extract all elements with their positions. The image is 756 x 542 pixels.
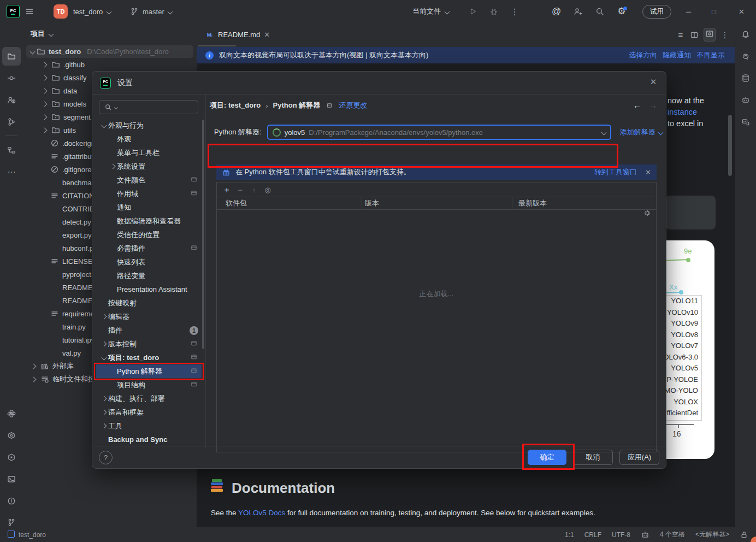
revert-changes-link[interactable]: 还原更改 [339, 101, 367, 110]
tool-database[interactable] [736, 69, 755, 87]
structure-lines-icon[interactable]: ≡ [676, 31, 685, 39]
tool-git-graph[interactable] [2, 113, 21, 131]
settings-nav-菜单与工具栏[interactable]: 菜单与工具栏 [96, 146, 202, 160]
tool-bell[interactable] [736, 25, 755, 44]
tool-learner[interactable] [2, 91, 21, 109]
ok-button[interactable]: 确定 [528, 450, 566, 465]
tool-ai-chat[interactable] [736, 47, 755, 66]
settings-nav-项目结构[interactable]: 项目结构 [96, 378, 202, 392]
settings-nav-受信任的位置[interactable]: 受信任的位置 [96, 228, 202, 241]
settings-nav-版本控制[interactable]: 版本控制 [96, 337, 202, 351]
robot-icon[interactable] [641, 531, 649, 539]
settings-nav-路径变量[interactable]: 路径变量 [96, 269, 202, 282]
project-widget[interactable]: test_doro [73, 0, 111, 23]
preview-toggle[interactable] [704, 28, 716, 42]
tool-python-packages[interactable] [2, 404, 21, 423]
tool-robot[interactable] [736, 91, 755, 109]
statusbar-caret[interactable]: 1:1 [565, 531, 574, 539]
settings-nav-项目-test_doro[interactable]: 项目: test_doro [96, 351, 202, 364]
yolov5-docs-link[interactable]: YOLOv5 Docs [238, 509, 285, 517]
column-version[interactable]: 版本 [362, 198, 515, 208]
settings-nav-python-解释器[interactable]: Python 解释器 [96, 364, 202, 378]
interpreter-combobox[interactable]: yolov5 D:/ProgramPackege/Anaconda/envs/y… [267, 125, 611, 140]
settings-nav-presentation-assistant[interactable]: Presentation Assistant [96, 282, 202, 296]
main-menu-button[interactable] [25, 0, 34, 23]
settings-nav-文件颜色[interactable]: 文件颜色 [96, 173, 202, 187]
statusbar-interpreter[interactable]: <无解释器> [695, 530, 729, 539]
maximize-button[interactable]: □ [712, 0, 716, 23]
close-button[interactable]: ✕ [739, 0, 745, 23]
tool-more[interactable]: ⋯ [2, 163, 21, 181]
column-package[interactable]: 软件包 [217, 198, 362, 208]
settings-nav-语言和框架[interactable]: 语言和框架 [96, 405, 202, 419]
tool-user-chat[interactable] [736, 113, 755, 131]
banner-close-icon[interactable]: ✕ [645, 168, 651, 176]
tree-item[interactable]: .github [23, 58, 197, 71]
settings-nav-系统设置[interactable]: 系统设置 [96, 160, 202, 173]
run-config-selector[interactable]: 当前文件 [412, 0, 449, 23]
settings-nav-通知[interactable]: 通知 [96, 201, 202, 214]
tree-root[interactable]: test_doroD:\Code\Python\test_doro [26, 45, 193, 58]
project-panel-header[interactable]: 项目 [23, 23, 197, 45]
split-editor-icon[interactable] [690, 31, 699, 39]
upgrade-package-button[interactable]: ↑ [250, 185, 258, 194]
tool-structure[interactable] [2, 141, 21, 160]
show-early-releases-button[interactable]: ◎ [263, 185, 272, 194]
tab-close-icon[interactable]: ✕ [264, 31, 270, 39]
avatar[interactable]: TD [54, 0, 68, 23]
settings-search-input[interactable] [99, 100, 198, 114]
settings-button[interactable]: ⚙ [617, 0, 626, 23]
tool-terminal[interactable] [2, 470, 21, 488]
forward-arrow[interactable]: → [649, 101, 657, 110]
back-arrow[interactable]: ← [633, 101, 641, 110]
remove-package-button[interactable]: − [236, 185, 245, 194]
settings-nav-外观与行为[interactable]: 外观与行为 [96, 119, 202, 132]
ai-assistant-button[interactable]: @ [552, 0, 561, 23]
nav-scrollbar[interactable] [202, 120, 204, 349]
dialog-close-button[interactable]: ✕ [647, 77, 659, 87]
tool-commit[interactable] [2, 69, 21, 87]
settings-nav-插件[interactable]: 插件1 [96, 323, 202, 337]
statusbar-encoding[interactable]: UTF-8 [612, 531, 630, 539]
apply-button[interactable]: 应用(A) [619, 450, 659, 465]
banner-action-dont-show[interactable]: 不再显示 [696, 50, 725, 60]
settings-nav-工具[interactable]: 工具 [96, 419, 202, 433]
add-package-button[interactable]: ＋ [222, 185, 231, 194]
tool-problems[interactable] [2, 492, 21, 510]
banner-action-choose-direction[interactable]: 选择方向 [629, 50, 657, 60]
tab-readme[interactable]: M↓ README.md ✕ [199, 23, 276, 46]
help-button[interactable]: ? [99, 451, 113, 464]
settings-nav-构建-执行-部署[interactable]: 构建、执行、部署 [96, 392, 202, 405]
tool-run[interactable] [2, 448, 21, 467]
settings-nav-作用域[interactable]: 作用域 [96, 187, 202, 201]
settings-nav-必需插件[interactable]: 必需插件 [96, 241, 202, 255]
go-to-toolwindow-link[interactable]: 转到工具窗口 [594, 167, 637, 177]
add-interpreter-link[interactable]: 添加解释器 [620, 127, 655, 137]
tool-services[interactable] [2, 426, 21, 445]
statusbar-project[interactable]: test_doro [8, 531, 46, 539]
cancel-button[interactable]: 取消 [573, 450, 613, 465]
run-button[interactable] [469, 0, 477, 23]
settings-nav-数据编辑器和查看器[interactable]: 数据编辑器和查看器 [96, 214, 202, 228]
editor-scrollbar[interactable] [728, 115, 732, 176]
search-everywhere-button[interactable] [595, 0, 604, 23]
unlock-icon[interactable] [740, 531, 748, 539]
settings-nav-backup-and-sync[interactable]: Backup and Sync [96, 433, 202, 446]
breadcrumb-project[interactable]: 项目: test_doro [210, 101, 261, 110]
settings-nav-按键映射[interactable]: 按键映射 [96, 296, 202, 310]
statusbar-indent[interactable]: 4 个空格 [660, 530, 685, 539]
minimize-button[interactable]: ─ [686, 0, 691, 23]
code-with-me-button[interactable] [574, 0, 582, 23]
branch-widget[interactable]: master [130, 0, 172, 23]
debug-button[interactable] [489, 0, 498, 23]
settings-nav-外观[interactable]: 外观 [96, 132, 202, 146]
settings-nav-快速列表[interactable]: 快速列表 [96, 255, 202, 269]
column-latest[interactable]: 最新版本 [515, 198, 547, 208]
more-actions-button[interactable]: ⋮ [510, 0, 519, 23]
tool-project-folder[interactable] [2, 47, 21, 66]
settings-nav-编辑器[interactable]: 编辑器 [96, 310, 202, 323]
banner-action-hide[interactable]: 隐藏通知 [663, 50, 691, 60]
trial-button[interactable]: 试用 [642, 0, 671, 23]
statusbar-line-separator[interactable]: CRLF [584, 531, 601, 539]
kebab-icon[interactable]: ⋮ [720, 31, 729, 39]
